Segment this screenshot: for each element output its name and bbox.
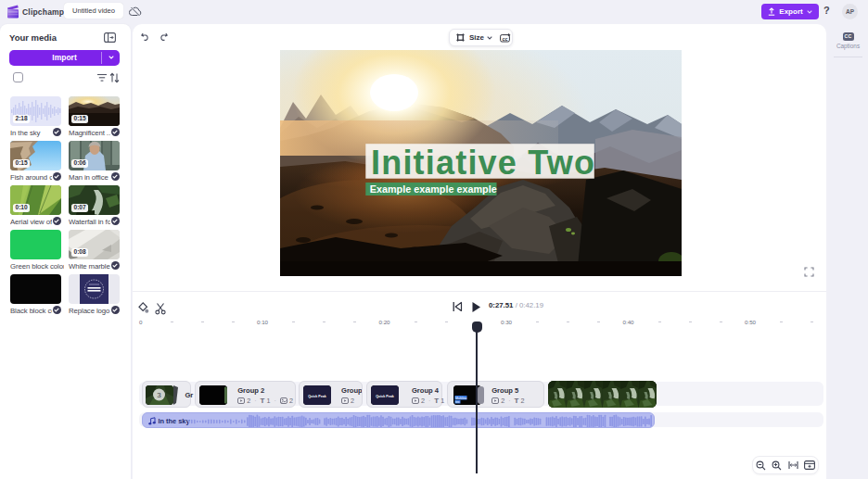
svg-text:3: 3 [158,391,162,399]
svg-text:Quick Peak: Quick Peak [376,394,393,397]
svg-text:Quick Peak: Quick Peak [309,394,326,397]
svg-text:tex: tex [455,400,460,404]
svg-text:Initiative Two: Initiative Two [371,144,595,182]
svg-text:Example example example: Example example example [370,183,497,195]
svg-text:cc: cc [503,35,508,41]
